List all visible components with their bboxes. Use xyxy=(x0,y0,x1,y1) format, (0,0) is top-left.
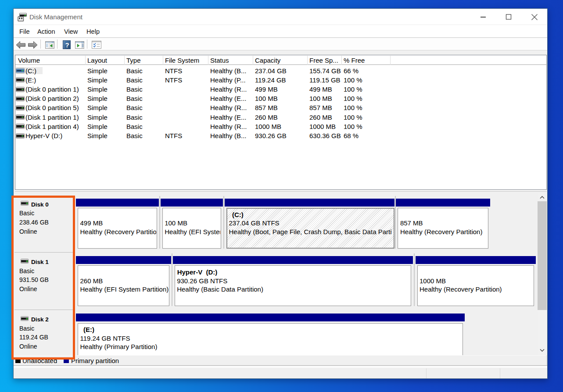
svg-text:?: ? xyxy=(65,41,69,49)
